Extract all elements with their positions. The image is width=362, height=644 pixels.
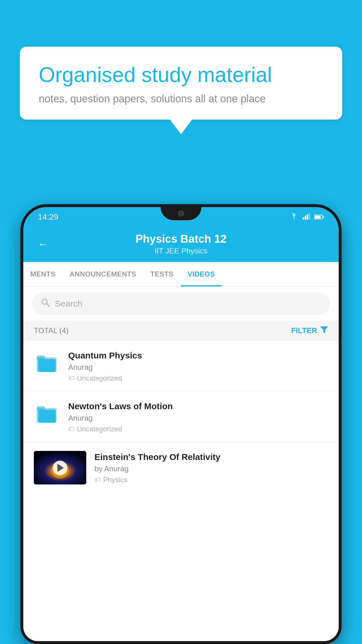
list-item[interactable]: Newton's Laws of Motion Anurag 🏷 Uncateg… (23, 391, 339, 442)
video-list: Quantum Physics Anurag 🏷 Uncategorized (23, 341, 339, 641)
search-icon (41, 298, 50, 309)
video-thumbnail (34, 451, 86, 484)
svg-rect-5 (315, 216, 321, 218)
tab-tests[interactable]: TESTS (143, 262, 181, 286)
header-center: Physics Batch 12 IIT JEE Physics (57, 233, 305, 256)
play-button[interactable] (53, 461, 67, 475)
phone-frame: 14:29 (20, 204, 342, 644)
video-info: Newton's Laws of Motion Anurag 🏷 Uncateg… (68, 400, 328, 433)
search-placeholder: Search (55, 299, 82, 309)
tab-announcements[interactable]: ANNOUNCEMENTS (63, 262, 143, 286)
svg-rect-14 (37, 406, 45, 410)
tag-icon: 🏷 (94, 476, 101, 484)
filter-bar: TOTAL (4) FILTER (23, 321, 339, 341)
svg-rect-11 (37, 356, 45, 360)
phone-inner: 14:29 (23, 207, 339, 641)
tag-icon: 🏷 (68, 374, 75, 382)
search-container: Search (23, 287, 339, 321)
page-title: Physics Batch 12 (57, 233, 305, 245)
video-title: Quantum Physics (68, 351, 328, 360)
signal-icon (303, 213, 310, 222)
play-triangle-icon (57, 464, 64, 472)
status-time: 14:29 (38, 212, 58, 222)
speech-bubble: Organised study material notes, question… (20, 47, 342, 120)
back-button[interactable]: ← (38, 238, 48, 250)
video-author: Anurag (68, 363, 328, 372)
list-item[interactable]: Quantum Physics Anurag 🏷 Uncategorized (23, 341, 339, 391)
battery-icon (314, 213, 324, 222)
svg-rect-3 (309, 213, 310, 220)
speech-bubble-tail (170, 120, 192, 134)
video-title: Newton's Laws of Motion (68, 401, 328, 411)
search-box[interactable]: Search (32, 293, 330, 315)
tag-icon: 🏷 (68, 425, 75, 433)
video-info: Quantum Physics Anurag 🏷 Uncategorized (68, 349, 328, 382)
video-tag: 🏷 Uncategorized (68, 425, 328, 433)
video-tag: 🏷 Physics (94, 476, 328, 484)
tab-ments[interactable]: MENTS (23, 262, 63, 286)
svg-rect-15 (38, 410, 56, 423)
filter-label: FILTER (291, 326, 317, 335)
svg-line-8 (47, 304, 50, 307)
front-camera (178, 211, 184, 216)
tab-videos[interactable]: VIDEOS (181, 262, 222, 286)
video-author: Anurag (68, 414, 328, 423)
wifi-icon (290, 213, 298, 222)
total-count: TOTAL (4) (34, 326, 68, 335)
svg-rect-6 (323, 216, 324, 218)
video-tag: 🏷 Uncategorized (68, 374, 328, 382)
svg-rect-2 (307, 214, 308, 220)
video-title: Einstein's Theory Of Relativity (94, 452, 328, 462)
svg-rect-12 (38, 359, 56, 372)
status-icons (290, 213, 324, 222)
video-author: by Anurag (94, 464, 328, 473)
header-subtitle: IIT JEE Physics (57, 246, 305, 256)
svg-marker-9 (320, 326, 328, 333)
filter-icon (320, 326, 328, 335)
svg-rect-0 (303, 217, 304, 220)
video-info: Einstein's Theory Of Relativity by Anura… (94, 451, 328, 484)
svg-rect-1 (305, 216, 306, 220)
speech-bubble-section: Organised study material notes, question… (20, 47, 342, 134)
folder-icon-area (34, 349, 60, 376)
app-header: ← Physics Batch 12 IIT JEE Physics (23, 227, 339, 262)
bubble-title: Organised study material (39, 63, 323, 87)
bubble-subtitle: notes, question papers, solutions all at… (39, 93, 323, 105)
folder-icon-area (34, 400, 60, 426)
list-item[interactable]: Einstein's Theory Of Relativity by Anura… (23, 442, 339, 493)
filter-button[interactable]: FILTER (291, 326, 328, 335)
tabs-bar: MENTS ANNOUNCEMENTS TESTS VIDEOS (23, 262, 339, 287)
phone-screen: 14:29 (23, 207, 339, 641)
